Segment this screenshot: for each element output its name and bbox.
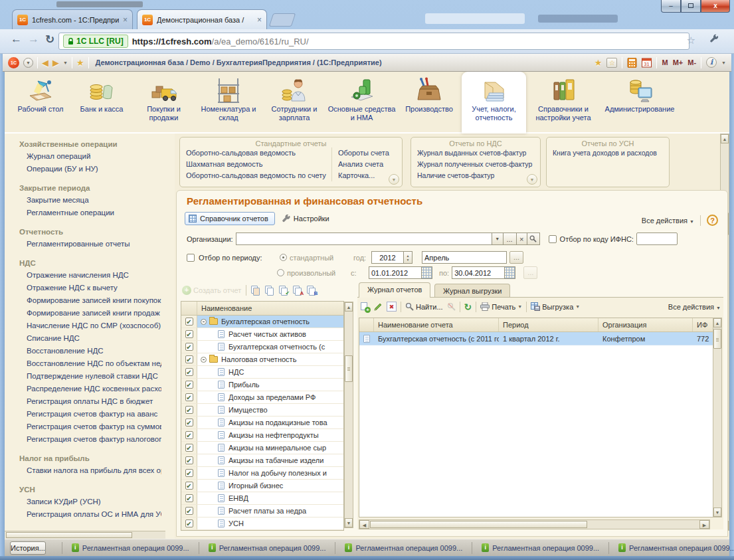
period-ellipsis-button[interactable]: ... [523, 266, 537, 279]
sidebar-item[interactable]: Формирование записей книги покупок [19, 294, 161, 307]
edit-pencil-icon[interactable] [373, 302, 383, 312]
report-link[interactable]: Оборотно-сальдовая ведомость по счету [180, 170, 331, 181]
report-link[interactable]: Журнал выданных счетов-фактур [411, 147, 540, 159]
memory-m-button[interactable]: M [662, 58, 668, 66]
taskbar-window-item[interactable]: iРегламентная операция 0099... [335, 542, 472, 554]
scroll-thumb[interactable] [370, 521, 587, 528]
column-header[interactable]: Наименование [197, 304, 252, 312]
close-button[interactable]: x [701, 0, 730, 13]
check-selected-icon[interactable]: ✔ [279, 286, 288, 296]
row-checkbox[interactable]: ✔ [185, 444, 193, 452]
address-bar[interactable]: 1C LLC [RU] https://1cfresh.com/a/ea_dem… [58, 33, 689, 50]
sidebar-item[interactable]: Распределение НДС косвенных расход... [19, 383, 161, 395]
section-directories-settings[interactable]: Справочники и настройки учета [526, 72, 600, 134]
calculator-icon[interactable] [627, 58, 637, 68]
section-fixed-assets[interactable]: Основные средства и НМА [327, 72, 397, 134]
tree-row-selected[interactable]: ✔ Бухгалтерская отчетность [181, 316, 343, 328]
export-button[interactable]: Выгрузка ▼ [531, 302, 580, 311]
taskbar-window-item[interactable]: iРегламентная операция 0099... [62, 542, 199, 554]
sidebar-item[interactable]: Ставки налога на прибыль для всех орг... [19, 464, 161, 477]
org-clear-icon[interactable]: × [517, 233, 527, 245]
open-favorites-icon[interactable]: ☆ [606, 58, 617, 68]
more-reports-icon[interactable]: ▼ [527, 174, 537, 185]
month-ellipsis-button[interactable]: ... [509, 251, 523, 264]
tree-row[interactable]: ✔ Акцизы на минеральное сыр [181, 442, 343, 454]
create-report-button[interactable]: + Создать отчет [182, 286, 241, 295]
collapse-icon[interactable] [201, 319, 207, 325]
column-header[interactable]: Период [499, 318, 598, 331]
tree-row[interactable]: ✔ Прибыль [181, 379, 343, 391]
journal-vscrollbar[interactable]: ▲ ▼ [713, 318, 722, 517]
1c-logo-icon[interactable]: 1С [8, 57, 19, 68]
tree-row[interactable]: ✔ Акцизы на подакцизные това [181, 417, 343, 429]
main-menu-button[interactable]: ▼ [23, 58, 33, 68]
section-administration[interactable]: Администрирование [600, 72, 679, 134]
history-caret-icon[interactable]: ▼ [63, 60, 68, 65]
row-checkbox[interactable]: ✔ [185, 507, 193, 515]
sidebar-item[interactable]: Восстановление НДС по объектам нед... [19, 357, 161, 370]
calendar-picker-icon[interactable] [422, 266, 432, 279]
tree-scrollbar[interactable]: ▲ ▼ [344, 302, 353, 528]
radio-standard-period[interactable] [280, 254, 287, 261]
maximize-button[interactable] [681, 0, 701, 13]
more-reports-icon[interactable]: ▼ [389, 174, 399, 185]
section-purchases-sales[interactable]: Покупки и продажи [132, 72, 195, 134]
month-input[interactable] [422, 251, 507, 264]
report-link[interactable]: Журнал полученных счетов-фактур [411, 159, 540, 170]
close-tab-icon[interactable]: × [257, 17, 262, 23]
calendar-picker-icon[interactable] [505, 266, 515, 279]
row-checkbox[interactable]: ✔ [185, 519, 193, 527]
new-tab-button[interactable] [269, 13, 296, 27]
row-checkbox[interactable]: ✔ [185, 318, 193, 326]
favorites-star-icon[interactable]: ★ [76, 58, 84, 68]
close-tab-icon[interactable]: × [123, 17, 128, 23]
period-filter-checkbox[interactable] [187, 254, 195, 262]
sidebar-item[interactable]: Отражение начисления НДС [19, 269, 161, 282]
find-button[interactable]: Найти... [405, 302, 443, 311]
taskbar-window-item[interactable]: iРегламентная операция 0099... [199, 542, 335, 554]
sidebar-item[interactable]: Записи КУДиР (УСН) [19, 496, 161, 508]
date-from-input[interactable] [369, 266, 422, 279]
calendar-icon[interactable]: 31 [642, 58, 652, 68]
back-button[interactable]: ← [11, 33, 22, 46]
taskbar-window-item[interactable]: iРегламентная операция 0099... [608, 542, 734, 554]
tree-row[interactable]: ✔ Акцизы на нефтепродукты [181, 429, 343, 442]
sidebar-hscrollbar[interactable] [5, 531, 165, 539]
tree-row[interactable]: ✔ Бухгалтерская отчетность (с [181, 341, 343, 353]
ifns-filter-checkbox[interactable] [549, 235, 557, 243]
row-checkbox[interactable]: ✔ [185, 330, 193, 338]
scroll-down-icon[interactable]: ▼ [713, 508, 721, 517]
sidebar-item[interactable]: Регистрация счетов фактур налогового [19, 433, 161, 446]
section-staff-salary[interactable]: Сотрудники и зарплата [262, 72, 327, 134]
info-button[interactable]: i [706, 57, 717, 68]
spinner-arrows-icon[interactable]: ▲▼ [404, 251, 413, 264]
column-header[interactable]: Наименование отчета [374, 318, 499, 331]
all-actions-button[interactable]: Все действия ▼ [668, 303, 721, 311]
column-header[interactable]: Организация [598, 318, 693, 331]
section-accounting-taxes-active[interactable]: Учет, налоги, отчетность [462, 72, 526, 134]
clear-find-button[interactable] [447, 302, 456, 311]
row-checkbox[interactable]: ✔ [185, 494, 193, 502]
sidebar-item[interactable]: Закрытие месяца [19, 194, 161, 207]
tree-row[interactable]: ✔ Доходы за пределами РФ [181, 391, 343, 404]
tree-row[interactable]: ✔ Расчет платы за недра [181, 505, 343, 517]
ifns-code-input[interactable] [636, 233, 678, 245]
tab-report-journal-active[interactable]: Журнал отчетов [359, 282, 430, 298]
row-checkbox[interactable]: ✔ [185, 393, 193, 401]
radio-custom-period[interactable] [277, 269, 284, 276]
year-input[interactable] [371, 251, 404, 264]
report-link[interactable]: Шахматная ведомость [180, 159, 331, 170]
report-link[interactable]: Обороты счета [332, 147, 402, 159]
tree-row[interactable]: ✔ Налоговая отчетность [181, 353, 343, 366]
row-checkbox[interactable]: ✔ [185, 368, 193, 376]
report-link[interactable]: Книга учета доходов и расходов [547, 147, 669, 159]
forward-button[interactable]: → [28, 33, 39, 46]
row-checkbox[interactable]: ✔ [185, 343, 193, 351]
collapse-icon[interactable] [201, 357, 207, 363]
add-report-button[interactable]: + [360, 302, 369, 312]
info-caret-icon[interactable]: ▼ [721, 60, 726, 65]
reports-directory-button[interactable]: Справочник отчетов [185, 212, 275, 225]
report-link[interactable]: Оборотно-сальдовая ведомость [180, 147, 331, 159]
organization-input[interactable] [236, 233, 492, 245]
browser-tab-2-active[interactable]: 1С Демонстрационная база / × [137, 9, 267, 29]
